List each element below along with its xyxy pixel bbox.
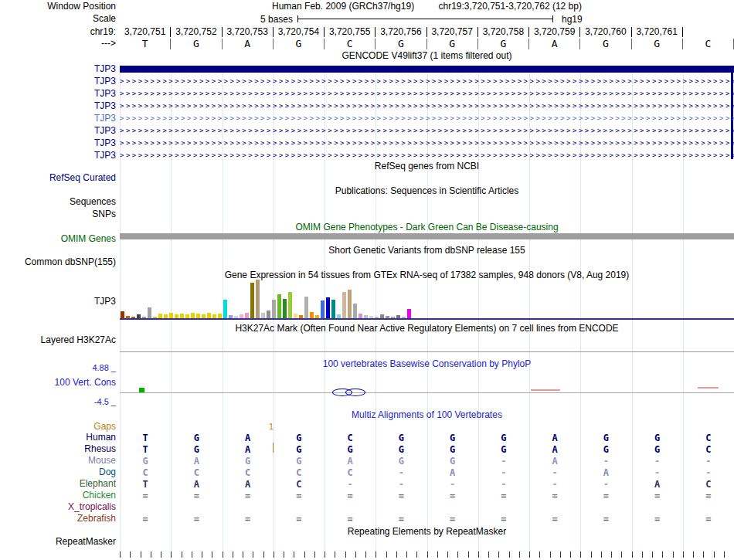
gtex-tissue-bar[interactable] [348,290,352,318]
multiz-species-label[interactable]: Human [0,433,116,443]
gencode-transcript-label[interactable]: TJP3 [0,138,116,148]
ruler-tick [498,552,499,558]
reference-base[interactable]: A [223,39,274,49]
gencode-exon-bar[interactable] [120,66,734,73]
multiz-alignment-row[interactable] [120,502,734,513]
gtex-tissue-bar[interactable] [288,292,292,318]
multiz-alignment-row[interactable]: ============ [120,514,734,524]
ruler-tick [457,552,458,558]
gtex-tissue-bar[interactable] [261,313,265,318]
reference-base[interactable]: G [632,39,683,49]
ruler-tick [325,552,325,558]
h3k27ac-track-label[interactable]: Layered H3K27Ac [0,335,116,345]
gencode-transcript-label[interactable]: TJP3 [0,114,116,124]
ruler-tick [416,552,417,558]
gencode-transcript-label[interactable]: TJP3 [0,151,116,161]
gtex-tissue-bar[interactable] [250,283,254,318]
gencode-transcript-label[interactable]: TJP3 [0,64,116,74]
gencode-intron-arrows[interactable]: >>>>>>>>>>>>>>>>>>>>>>>>>>>>>>>>>>>>>>>>… [120,76,734,87]
multiz-species-label[interactable]: Zebrafish [0,514,116,524]
gtex-tissue-bar[interactable] [245,313,249,318]
gtex-tissue-bar[interactable] [223,300,227,318]
gtex-tissue-bar[interactable] [321,300,325,318]
gtex-tissue-bar[interactable] [304,297,308,318]
omim-gene-bar[interactable] [120,233,734,239]
reference-base[interactable]: T [120,39,171,49]
multiz-gaps-label[interactable]: Gaps [0,422,116,432]
multiz-alignment-row[interactable]: CCCCC-A--A-- [120,467,734,478]
reference-sequence[interactable]: TGAGCGGGAGGC [120,39,734,49]
alignment-base: C [325,433,375,443]
conservation-plot[interactable] [120,383,734,403]
gencode-transcript-label[interactable]: TJP3 [0,126,116,136]
reference-base[interactable]: C [683,39,734,49]
snps-track-label[interactable]: SNPs [0,209,116,219]
gencode-transcript-label[interactable]: TJP3 [0,76,116,87]
alignment-base: - [529,479,580,490]
gtex-tissue-bar[interactable] [342,292,346,318]
reference-base[interactable]: C [325,39,375,49]
gtex-tissue-bar[interactable] [407,309,411,318]
gtex-tissue-bar[interactable] [277,294,281,318]
gtex-tissue-bar[interactable] [148,307,151,318]
repeatmasker-track-label[interactable]: RepeatMasker [0,537,116,547]
gencode-intron-arrows[interactable]: >>>>>>>>>>>>>>>>>>>>>>>>>>>>>>>>>>>>>>>>… [120,126,734,136]
reference-base[interactable]: G [171,39,222,49]
window-position-label: Window Position [0,2,116,12]
multiz-alignment-row[interactable]: TAAC------AC [120,479,734,490]
gtex-tissue-bar[interactable] [326,297,330,318]
ruler-tick [375,552,376,558]
reference-base[interactable]: G [478,39,529,49]
alignment-base: G [274,433,325,443]
reference-base[interactable]: A [529,39,580,49]
gtex-tissue-bar[interactable] [256,280,260,318]
multiz-alignment-row[interactable]: ============ [120,490,734,501]
alignment-base: T [120,479,171,490]
sequences-track-label[interactable]: Sequences [0,197,116,207]
gencode-intron-arrows[interactable]: >>>>>>>>>>>>>>>>>>>>>>>>>>>>>>>>>>>>>>>>… [120,114,734,124]
alignment-base: G [375,456,426,467]
alignment-base: = [427,490,478,501]
gtex-tissue-bar[interactable] [121,311,124,318]
gtex-tissue-bar[interactable] [283,299,287,318]
alignment-base: - [632,456,683,467]
gtex-tissue-bar[interactable] [191,313,195,318]
multiz-species-label[interactable]: Chicken [0,490,116,501]
gtex-gene-label[interactable]: TJP3 [0,297,116,307]
multiz-species-label[interactable]: Elephant [0,479,116,489]
gencode-intron-arrows[interactable]: >>>>>>>>>>>>>>>>>>>>>>>>>>>>>>>>>>>>>>>>… [120,151,734,161]
multiz-species-label[interactable]: X_tropicalis [0,502,116,512]
omim-genes-label[interactable]: OMIM Genes [0,234,116,244]
reference-base[interactable]: G [375,39,426,49]
gtex-tissue-bar[interactable] [169,313,173,318]
reference-base[interactable]: G [274,39,325,49]
multiz-species-label[interactable]: Rhesus [0,444,116,454]
multiz-species-label[interactable]: Mouse [0,456,116,466]
gencode-intron-arrows[interactable]: >>>>>>>>>>>>>>>>>>>>>>>>>>>>>>>>>>>>>>>>… [120,101,734,111]
refseq-curated-label[interactable]: RefSeq Curated [0,173,116,183]
reference-base[interactable]: G [580,39,631,49]
reference-base[interactable]: G [427,39,478,49]
gtex-expression-chart[interactable] [121,280,734,318]
multiz-alignment-row[interactable]: TGAGGGGGAGGC [120,444,734,455]
gencode-transcript-label[interactable]: TJP3 [0,89,116,99]
gtex-tissue-bar[interactable] [310,312,314,318]
gencode-intron-arrows[interactable]: >>>>>>>>>>>>>>>>>>>>>>>>>>>>>>>>>>>>>>>>… [120,89,734,99]
conservation-track-label[interactable]: 100 Vert. Cons [0,378,116,388]
gtex-tissue-bar[interactable] [331,300,335,318]
gtex-tissue-bar[interactable] [267,311,270,318]
gencode-transcript-label[interactable]: TJP3 [0,101,116,111]
gtex-tissue-bar[interactable] [272,300,276,318]
multiz-alignment-row[interactable]: GAGGAGG-A--- [120,456,734,467]
alignment-base [120,502,171,513]
alignment-base: C [274,467,325,478]
alignment-base: A [325,456,375,467]
ruler-tick [355,552,356,558]
multiz-alignment-row[interactable]: TGAGCGGGAGGC [120,433,734,443]
gencode-intron-arrows[interactable]: >>>>>>>>>>>>>>>>>>>>>>>>>>>>>>>>>>>>>>>>… [120,138,734,148]
gtex-tissue-bar[interactable] [207,313,211,318]
gtex-tissue-bar[interactable] [353,304,357,318]
multiz-species-label[interactable]: Dog [0,467,116,477]
dbsnp-track-label[interactable]: Common dbSNP(155) [0,257,116,267]
alignment-base: G [274,456,325,467]
